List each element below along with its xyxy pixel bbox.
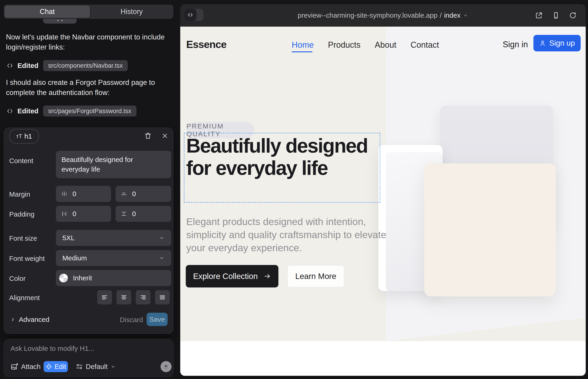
padding-x-value: 0 [73,210,76,218]
attach-image-icon [11,363,18,371]
chevron-down-icon [463,13,468,18]
font-weight-label: Font weight [9,255,45,262]
font-weight-select[interactable]: Medium [56,250,171,266]
align-right-icon [140,294,147,301]
color-select[interactable]: Inherit [56,270,171,286]
active-nav-underline [292,51,312,52]
element-tag-label: h1 [24,132,32,140]
tab-chat-label: Chat [40,8,55,16]
edit-label: Edit [55,363,66,371]
margin-x-value: 0 [73,190,76,198]
nav-link-products[interactable]: Products [328,40,360,50]
hero-heading[interactable]: Beautifully designed for everyday life [186,134,381,179]
mode-label: Default [86,363,108,371]
chat-sidebar: Chat History Now let's update the Navbar… [0,0,179,379]
discard-button[interactable]: Discard [120,316,143,324]
mobile-view-icon[interactable] [550,9,562,21]
sign-up-button[interactable]: Sign up [533,35,581,51]
save-button[interactable]: Save [147,313,168,326]
padding-y-input[interactable]: 0 [116,206,171,222]
edited-file-chip[interactable]: src/pages/ForgotPassword.tsx [43,106,137,117]
align-center-button[interactable] [117,290,131,304]
explore-collection-button[interactable]: Explore Collection [186,265,279,287]
color-label: Color [9,275,26,283]
nav-link-contact[interactable]: Contact [411,40,439,50]
site-nav: Home Products About Contact [292,40,439,50]
align-center-icon [120,294,127,301]
save-label: Save [149,316,165,323]
delete-element-button[interactable] [142,130,154,142]
align-right-button[interactable] [136,290,150,304]
content-value: Beautifully designed for everyday life [62,155,162,174]
edited-file-row: Edited src/components/Navbar.tsx [6,60,128,71]
site-viewport: Essence Home Products About Contact Sign… [180,27,586,376]
sign-up-label: Sign up [549,39,575,47]
site-logo[interactable]: Essence [186,39,227,50]
padding-horizontal-icon [61,211,67,217]
chevron-right-icon [10,317,15,322]
font-weight-value: Medium [62,254,87,262]
advanced-label: Advanced [19,316,49,323]
user-icon [539,40,546,47]
url-domain: preview--charming-site-symphony.lovable.… [298,12,438,19]
margin-y-input[interactable]: 0 [116,186,171,202]
content-input[interactable]: Beautifully designed for everyday life [56,151,171,178]
selected-element-tag: тT h1 [9,129,39,144]
padding-y-value: 0 [132,210,136,218]
nav-link-about[interactable]: About [375,40,396,50]
code-preview-toggle[interactable] [184,9,203,21]
nav-link-home[interactable]: Home [292,40,314,50]
chevron-down-icon [110,364,116,369]
code-view-segment[interactable] [184,9,197,21]
color-swatch [59,274,68,283]
edited-label: Edited [17,107,39,115]
app-root: Chat History Now let's update the Navbar… [0,0,588,379]
chat-history-tabs: Chat History [4,5,173,19]
attach-label: Attach [21,363,41,371]
tab-history[interactable]: History [90,5,173,19]
arrow-up-icon [163,364,169,370]
align-justify-icon [159,294,166,301]
margin-label: Margin [9,190,30,198]
scrolled-chip-remnant[interactable] [43,19,77,24]
edited-file-row: Edited src/pages/ForgotPassword.tsx [6,106,137,117]
advanced-toggle[interactable]: Advanced [10,316,49,323]
edited-file-chip[interactable]: src/components/Navbar.tsx [43,60,128,71]
margin-y-value: 0 [132,190,136,198]
chat-message: Now let's update the Navbar component to… [6,32,172,52]
learn-more-label: Learn More [295,272,336,281]
alignment-label: Alignment [9,294,40,302]
align-justify-button[interactable] [155,290,170,304]
chevron-down-icon [159,255,165,261]
margin-horizontal-icon [61,191,67,197]
refresh-icon[interactable] [567,9,579,21]
edited-label: Edited [17,62,39,69]
url-bar[interactable]: preview--charming-site-symphony.lovable.… [180,4,586,27]
edit-mode-button[interactable]: Edit [44,361,68,372]
composer-placeholder[interactable]: Ask Lovable to modify H1... [11,345,94,352]
sign-in-link[interactable]: Sign in [503,40,528,49]
target-icon [46,363,52,370]
code-icon [6,62,14,69]
mode-select[interactable]: Default [76,361,116,372]
color-value: Inherit [73,274,92,282]
content-label: Content [9,157,33,165]
section-below-hero [180,341,586,376]
learn-more-button[interactable]: Learn More [287,265,344,287]
padding-x-input[interactable]: 0 [56,206,111,222]
sliders-icon [76,363,83,370]
typography-icon: тT [16,133,22,140]
open-external-icon[interactable] [533,9,545,21]
align-left-icon [101,294,108,301]
chevron-down-icon [159,235,165,241]
explore-collection-label: Explore Collection [193,272,258,281]
tab-history-label: History [121,8,143,16]
align-left-button[interactable] [97,290,112,304]
tab-chat[interactable]: Chat [5,5,90,18]
attach-button[interactable]: Attach [11,361,41,372]
margin-vertical-icon [121,191,127,197]
margin-x-input[interactable]: 0 [56,186,111,202]
send-button[interactable] [160,361,171,372]
close-panel-button[interactable] [159,130,171,142]
font-size-select[interactable]: 5XL [56,230,171,246]
